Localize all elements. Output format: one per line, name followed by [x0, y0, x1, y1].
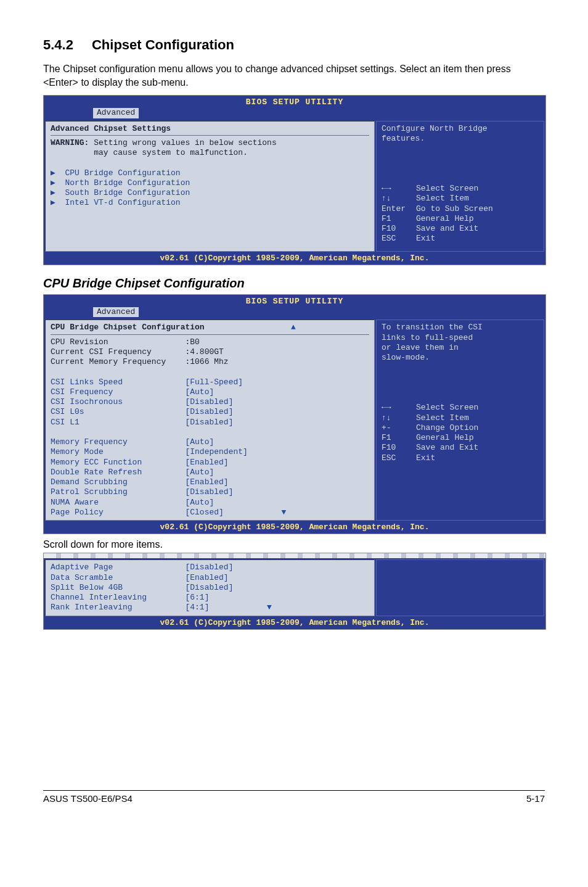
footer-right: 5-17 [526, 793, 545, 804]
setting-row[interactable]: Adaptive Page [Disabled] [51, 563, 233, 572]
tab-advanced[interactable]: Advanced [93, 307, 139, 317]
warning-line-2: may cause system to malfunction. [94, 148, 248, 157]
info-row: CPU Revision :B0 [51, 337, 200, 347]
torn-edge [44, 553, 545, 558]
bios-screen-3: Adaptive Page [Disabled] Data Scramble [… [43, 553, 546, 630]
bios-help-pane: Configure North Bridge features. ←→Selec… [376, 121, 544, 252]
bios-copyright: v02.61 (C)Copyright 1985-2009, American … [44, 253, 545, 265]
scroll-note: Scroll down for more items. [43, 539, 545, 550]
bios-title: BIOS SETUP UTILITY [44, 295, 545, 307]
setting-row[interactable]: CSI Isochronous [Disabled] [51, 397, 233, 406]
section-heading: 5.4.2Chipset Configuration [43, 37, 545, 53]
page-footer: ASUS TS500-E6/PS4 5-17 [43, 790, 545, 804]
setting-row[interactable]: CSI Links Speed [Full-Speed] [51, 377, 243, 387]
setting-row[interactable]: Patrol Scrubbing [Disabled] [51, 487, 233, 497]
setting-row[interactable]: CSI L1 [Disabled] [51, 418, 233, 427]
bios-help-pane: To transition the CSI links to full-spee… [376, 320, 544, 521]
menu-vtd[interactable]: Intel VT-d Configuration [65, 198, 180, 207]
setting-row[interactable]: Memory Frequency [Auto] [51, 437, 214, 447]
setting-row[interactable]: Page Policy [Closed] [51, 508, 224, 517]
info-row: Current Memory Frequency :1066 Mhz [51, 357, 229, 366]
menu-cpu-bridge[interactable]: CPU Bridge Configuration [65, 168, 180, 178]
bios-tab-row: Advanced [44, 108, 545, 119]
setting-row[interactable]: NUMA Aware [Auto] [51, 498, 214, 507]
bios-copyright: v02.61 (C)Copyright 1985-2009, American … [44, 522, 545, 534]
setting-row[interactable]: Data Scramble [Enabled] [51, 573, 229, 582]
bios-screen-1: BIOS SETUP UTILITY Advanced Advanced Chi… [43, 95, 546, 265]
bios-screen-2: BIOS SETUP UTILITY Advanced CPU Bridge C… [43, 294, 546, 535]
setting-row[interactable]: CSI L0s [Disabled] [51, 407, 233, 416]
menu-south-bridge[interactable]: South Bridge Configuration [65, 188, 190, 197]
setting-row[interactable]: Demand Scrubbing [Enabled] [51, 477, 229, 487]
warning-line-1: Setting wrong values in below sections [94, 138, 276, 147]
help-text: Configure North Bridge features. [382, 124, 488, 143]
setting-row[interactable]: Memory Mode [Independent] [51, 447, 248, 456]
bios-help-pane [376, 559, 544, 616]
intro-paragraph: The Chipset configuration menu allows yo… [43, 62, 545, 89]
warning-label: WARNING: [51, 138, 89, 147]
bios-title: BIOS SETUP UTILITY [44, 96, 545, 108]
scroll-up-icon[interactable]: ▲ [291, 323, 296, 332]
section-title: Chipset Configuration [92, 37, 234, 52]
help-text: To transition the CSI links to full-spee… [382, 323, 483, 362]
bios-copyright: v02.61 (C)Copyright 1985-2009, American … [44, 617, 545, 629]
setting-row[interactable]: Rank Interleaving [4:1] [51, 603, 209, 612]
chipset-heading: Advanced Chipset Settings [51, 124, 171, 133]
setting-row[interactable]: CSI Frequency [Auto] [51, 387, 214, 397]
setting-row[interactable]: Memory ECC Function [Enabled] [51, 458, 229, 467]
menu-north-bridge[interactable]: North Bridge Configuration [65, 178, 190, 188]
tab-advanced[interactable]: Advanced [93, 108, 139, 118]
cpu-bridge-heading: CPU Bridge Chipset Configuration [51, 323, 205, 332]
info-row: Current CSI Frequency :4.800GT [51, 347, 224, 357]
setting-row[interactable]: Split Below 4GB [Disabled] [51, 583, 233, 592]
bios-tab-row: Advanced [44, 307, 545, 318]
scroll-down-icon[interactable]: ▼ [267, 603, 272, 612]
scroll-down-icon[interactable]: ▼ [282, 508, 287, 517]
footer-left: ASUS TS500-E6/PS4 [43, 793, 133, 804]
section-number: 5.4.2 [43, 37, 73, 52]
setting-row[interactable]: Channel Interleaving [6:1] [51, 593, 209, 602]
setting-row[interactable]: Double Rate Refresh [Auto] [51, 468, 214, 477]
sub-heading: CPU Bridge Chipset Configuration [43, 276, 545, 291]
